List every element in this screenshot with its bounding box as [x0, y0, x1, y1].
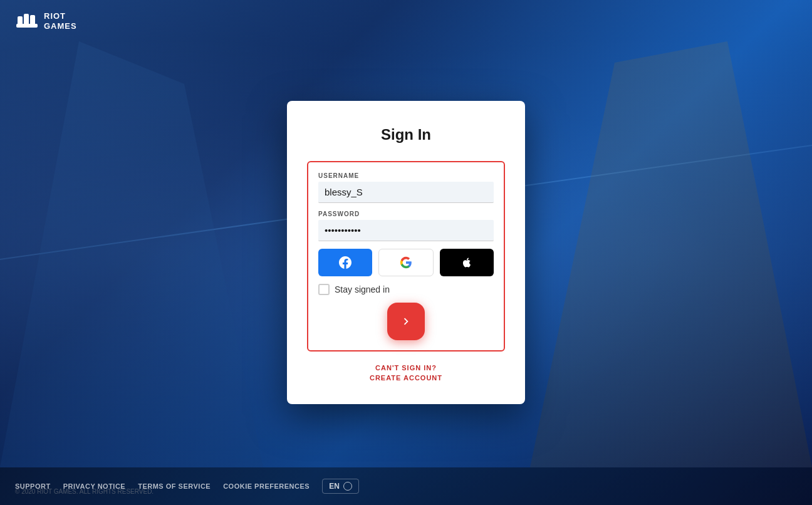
stay-signed-row: Stay signed in: [318, 284, 494, 295]
username-label: USERNAME: [318, 172, 494, 179]
footer-links: SUPPORT PRIVACY NOTICE TERMS OF SERVICE …: [15, 479, 797, 494]
globe-icon: [343, 482, 352, 491]
cant-signin-link[interactable]: CAN'T SIGN IN?: [307, 364, 505, 372]
bottom-links: CAN'T SIGN IN? CREATE ACCOUNT: [307, 364, 505, 382]
footer: SUPPORT PRIVACY NOTICE TERMS OF SERVICE …: [0, 467, 812, 505]
riot-logo[interactable]: RIOT GAMES: [15, 11, 77, 31]
form-section: USERNAME PASSWORD: [307, 161, 505, 351]
apple-icon: [461, 256, 472, 269]
footer-terms-link[interactable]: TERMS OF SERVICE: [138, 482, 211, 490]
sso-row: [318, 249, 494, 276]
character-left: [0, 41, 263, 467]
password-input[interactable]: [318, 220, 494, 241]
create-account-link[interactable]: CREATE ACCOUNT: [307, 374, 505, 382]
language-code: EN: [329, 482, 340, 491]
character-right: [530, 41, 812, 467]
footer-privacy-link[interactable]: PRIVACY NOTICE: [63, 482, 126, 490]
arrow-right-icon: [399, 315, 413, 328]
submit-button[interactable]: [387, 303, 425, 340]
submit-row: [318, 303, 494, 340]
logo-text: RIOT GAMES: [44, 11, 77, 31]
facebook-signin-button[interactable]: [318, 249, 372, 276]
svg-rect-3: [16, 24, 38, 28]
stay-signed-checkbox[interactable]: [318, 284, 330, 295]
password-group: PASSWORD: [318, 211, 494, 241]
language-selector[interactable]: EN: [322, 479, 359, 494]
google-signin-button[interactable]: [378, 249, 434, 276]
google-icon: [400, 256, 412, 269]
password-label: PASSWORD: [318, 211, 494, 217]
username-group: USERNAME: [318, 172, 494, 203]
facebook-icon: [339, 256, 351, 269]
apple-signin-button[interactable]: [440, 249, 494, 276]
signin-title: Sign In: [307, 126, 505, 143]
footer-support-link[interactable]: SUPPORT: [15, 482, 51, 490]
login-card: Sign In USERNAME PASSWORD: [287, 101, 525, 404]
riot-fist-icon: [15, 11, 39, 31]
footer-cookie-link[interactable]: COOKIE PREFERENCES: [223, 482, 310, 490]
stay-signed-label[interactable]: Stay signed in: [335, 284, 390, 294]
username-input[interactable]: [318, 182, 494, 203]
